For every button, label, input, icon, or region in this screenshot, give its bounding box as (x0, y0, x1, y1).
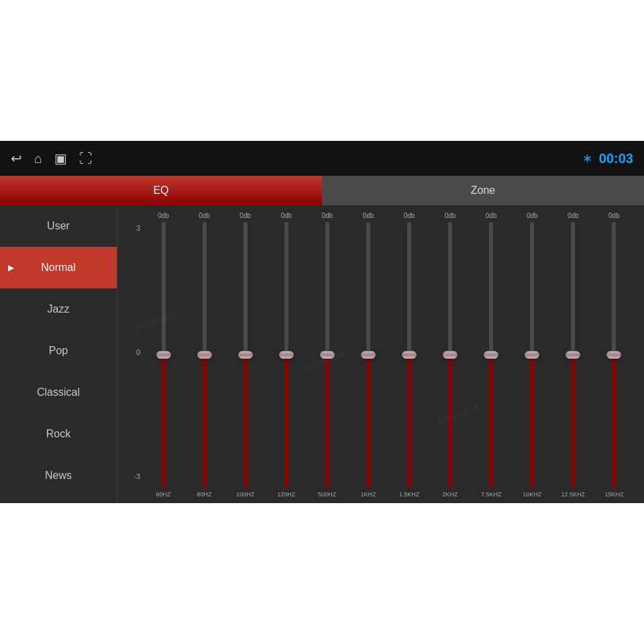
db-label-9: 0db (527, 212, 538, 219)
slider-track-2[interactable] (244, 222, 248, 487)
slider-track-3[interactable] (284, 222, 288, 487)
db-label-8: 0db (486, 212, 497, 219)
window-icon[interactable]: ▣ (54, 150, 67, 166)
slider-thumb-4[interactable] (320, 351, 335, 359)
sidebar: User Normal Jazz Pop Classical Rock News (0, 205, 117, 503)
db-label-11: 0db (608, 212, 620, 219)
eq-band-12.5KHZ[interactable]: 0db12.5KHZ (553, 212, 594, 498)
freq-label-7: 2KHZ (443, 491, 458, 498)
eq-band-1.5KHZ[interactable]: 0db1.5KHZ (388, 212, 429, 498)
slider-thumb-6[interactable] (402, 351, 417, 359)
eq-panel: 3 0 -3 0db60HZ0db80HZ0db100HZ0db120HZ0db… (117, 205, 644, 503)
eq-band-60HZ[interactable]: 0db60HZ (143, 212, 184, 498)
db-label-0: 0db (158, 212, 169, 219)
slider-track-9[interactable] (530, 222, 534, 487)
gallery-icon[interactable]: ⛶ (79, 151, 93, 166)
time-display: 00:03 (599, 151, 633, 166)
sliders-container: 0db60HZ0db80HZ0db100HZ0db120HZ0db500HZ0d… (143, 212, 635, 498)
eq-band-100HZ[interactable]: 0db100HZ (225, 212, 266, 498)
freq-label-2: 100HZ (236, 491, 254, 498)
scale-top: 3 (136, 224, 140, 232)
sidebar-item-classical[interactable]: Classical (0, 372, 117, 413)
slider-thumb-2[interactable] (238, 351, 253, 359)
db-label-1: 0db (199, 212, 210, 219)
sidebar-item-rock[interactable]: Rock (0, 413, 117, 455)
freq-label-10: 12.5KHZ (561, 491, 586, 498)
slider-track-5[interactable] (366, 222, 370, 487)
freq-label-0: 60HZ (156, 491, 171, 498)
slider-track-8[interactable] (489, 222, 493, 487)
slider-track-10[interactable] (571, 222, 575, 487)
slider-track-6[interactable] (407, 222, 411, 487)
freq-label-6: 1.5KHZ (399, 491, 420, 498)
db-label-7: 0db (445, 212, 456, 219)
slider-thumb-10[interactable] (566, 351, 580, 359)
slider-track-4[interactable] (325, 222, 329, 487)
db-label-2: 0db (239, 212, 251, 219)
freq-label-11: 15KHZ (604, 491, 623, 498)
eq-band-15KHZ[interactable]: 0db15KHZ (594, 212, 635, 498)
freq-label-5: 1KHZ (360, 491, 376, 498)
eq-band-500HZ[interactable]: 0db500HZ (307, 212, 347, 498)
sidebar-item-user[interactable]: User (0, 205, 117, 247)
db-label-4: 0db (322, 212, 333, 219)
nav-icons: ↩ ⌂ ▣ ⛶ (11, 150, 93, 166)
top-bar: ↩ ⌂ ▣ ⛶ ∗ 00:03 (0, 141, 644, 176)
slider-track-7[interactable] (448, 222, 452, 487)
eq-band-120HZ[interactable]: 0db120HZ (266, 212, 307, 498)
slider-thumb-9[interactable] (525, 351, 539, 359)
slider-thumb-3[interactable] (279, 351, 294, 359)
sidebar-item-normal[interactable]: Normal (0, 247, 117, 288)
eq-band-10KHZ[interactable]: 0db10KHZ (512, 212, 553, 498)
slider-track-0[interactable] (162, 222, 166, 487)
db-label-5: 0db (363, 212, 374, 219)
scale-mid: 0 (136, 348, 140, 356)
slider-thumb-7[interactable] (443, 351, 458, 359)
freq-label-8: 7.5KHZ (481, 491, 502, 498)
eq-band-1KHZ[interactable]: 0db1KHZ (347, 212, 388, 498)
freq-label-4: 500HZ (318, 491, 336, 498)
freq-label-1: 80HZ (197, 491, 212, 498)
sidebar-item-jazz[interactable]: Jazz (0, 288, 117, 330)
slider-track-1[interactable] (203, 222, 207, 487)
sidebar-item-pop[interactable]: Pop (0, 330, 117, 372)
slider-thumb-5[interactable] (361, 351, 376, 359)
tab-eq[interactable]: EQ (0, 176, 322, 205)
freq-label-9: 10KHZ (523, 491, 541, 498)
eq-band-80HZ[interactable]: 0db80HZ (184, 212, 225, 498)
tab-bar: EQ Zone (0, 176, 644, 205)
db-label-3: 0db (280, 212, 292, 219)
sidebar-item-news[interactable]: News (0, 455, 117, 496)
tab-zone[interactable]: Zone (322, 176, 644, 205)
slider-thumb-0[interactable] (156, 351, 171, 359)
bluetooth-icon: ∗ (582, 151, 592, 166)
back-icon[interactable]: ↩ (11, 150, 22, 166)
freq-label-3: 120HZ (277, 491, 295, 498)
db-label-6: 0db (404, 212, 415, 219)
slider-track-11[interactable] (612, 222, 616, 487)
eq-band-7.5KHZ[interactable]: 0db7.5KHZ (471, 212, 512, 498)
slider-thumb-8[interactable] (484, 351, 498, 359)
device-screen: ↩ ⌂ ▣ ⛶ ∗ 00:03 EQ Zone User Norma (0, 141, 644, 503)
eq-band-2KHZ[interactable]: 0db2KHZ (430, 212, 471, 498)
slider-thumb-1[interactable] (197, 351, 212, 359)
slider-thumb-11[interactable] (606, 351, 621, 359)
scale-bot: -3 (133, 472, 140, 480)
db-label-10: 0db (568, 212, 579, 219)
main-content: User Normal Jazz Pop Classical Rock News (0, 205, 644, 503)
home-icon[interactable]: ⌂ (34, 151, 42, 166)
status-area: ∗ 00:03 (582, 151, 633, 166)
